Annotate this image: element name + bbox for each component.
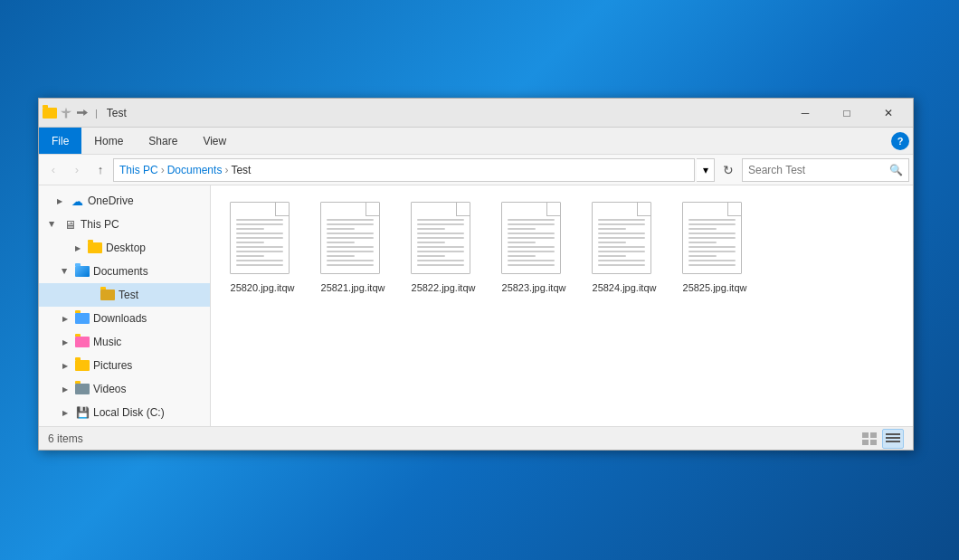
doc-line [236, 237, 283, 239]
sidebar-item-test[interactable]: ▶ Test [39, 283, 210, 307]
sidebar-item-pictures[interactable]: ▶ Pictures [39, 354, 210, 377]
breadcrumb-sep-2: › [224, 164, 228, 176]
svg-rect-3 [870, 440, 877, 445]
svg-rect-2 [862, 440, 869, 445]
file-name: 25825.jpg.itqw [683, 281, 747, 294]
doc-line [327, 251, 374, 252]
doc-line [508, 246, 555, 248]
list-view-button[interactable] [859, 429, 880, 449]
doc-lines [327, 219, 374, 266]
maximize-button[interactable]: □ [826, 99, 868, 128]
sidebar-item-this-pc[interactable]: ▶ 🖥 This PC [39, 213, 210, 236]
expand-arrow-this-pc: ▶ [46, 218, 59, 231]
item-count: 6 items [48, 432, 859, 445]
file-item-file5[interactable]: 25824.jpg.itqw [584, 196, 665, 299]
sidebar-label-documents: Documents [93, 265, 210, 278]
menu-tab-share[interactable]: Share [136, 128, 190, 154]
doc-line [598, 246, 645, 248]
menu-tab-file[interactable]: File [39, 128, 81, 154]
sidebar-item-documents[interactable]: ▶ Documents [39, 260, 210, 283]
doc-lines [417, 219, 464, 266]
sidebar-item-music[interactable]: ▶ Music [39, 330, 210, 354]
help-button[interactable]: ? [891, 132, 909, 150]
tiles-view-icon [886, 432, 900, 445]
doc-line-short [598, 242, 626, 243]
sidebar-label-music: Music [93, 336, 210, 348]
sidebar-item-onedrive[interactable]: ▶ ☁ OneDrive [39, 189, 210, 213]
pc-icon: 🖥 [62, 217, 77, 232]
doc-line [598, 233, 645, 234]
address-dropdown[interactable]: ▾ [697, 158, 715, 182]
search-box[interactable]: 🔍 [742, 158, 909, 182]
doc-line [417, 264, 464, 266]
doc-line-short [236, 228, 264, 230]
doc-line [327, 260, 374, 261]
up-button[interactable]: ↑ [90, 159, 111, 181]
file-item-file6[interactable]: 25825.jpg.itqw [674, 196, 755, 299]
file-item-file1[interactable]: 25820.jpg.itqw [222, 196, 303, 299]
menu-tab-home[interactable]: Home [81, 128, 136, 154]
doc-line [417, 223, 464, 225]
search-input[interactable] [748, 164, 886, 176]
expand-arrow-onedrive: ▶ [53, 195, 66, 207]
doc-line-short [236, 242, 264, 243]
file-item-file2[interactable]: 25821.jpg.itqw [312, 196, 394, 299]
document-icon [320, 202, 380, 274]
back-button[interactable]: ‹ [43, 159, 64, 181]
breadcrumb-this-pc[interactable]: This PC [119, 164, 158, 176]
doc-line [508, 219, 555, 221]
doc-line [598, 223, 645, 225]
doc-line [417, 233, 464, 234]
menu-tab-view[interactable]: View [190, 128, 239, 154]
breadcrumb-documents[interactable]: Documents [167, 164, 223, 176]
sidebar-item-local-disk[interactable]: ▶ 💾 Local Disk (C:) [39, 401, 210, 424]
doc-line [688, 246, 736, 248]
view-buttons [859, 429, 904, 449]
file-icon [501, 202, 566, 276]
sidebar-item-desktop[interactable]: ▶ Desktop [39, 236, 210, 260]
doc-line [417, 251, 464, 252]
doc-line [688, 237, 736, 239]
expand-arrow-videos: ▶ [59, 383, 71, 395]
close-button[interactable]: ✕ [868, 99, 909, 128]
file-item-file3[interactable]: 25822.jpg.itqw [403, 196, 484, 299]
sidebar-item-downloads[interactable]: ▶ Downloads [39, 307, 210, 330]
menu-bar-right: ? [891, 132, 913, 150]
doc-line [327, 219, 374, 221]
doc-line-short [508, 242, 536, 243]
expand-arrow-pictures: ▶ [59, 359, 71, 372]
document-icon [501, 202, 561, 274]
document-icon [682, 202, 742, 274]
breadcrumb-test: Test [231, 164, 251, 176]
window-controls: ─ □ ✕ [784, 99, 909, 128]
cloud-icon: ☁ [70, 194, 84, 208]
doc-line [236, 219, 283, 221]
address-path[interactable]: This PC › Documents › Test [113, 158, 695, 182]
expand-arrow-downloads: ▶ [59, 312, 71, 325]
svg-rect-6 [886, 441, 900, 442]
doc-line-short [236, 255, 264, 257]
doc-lines [508, 219, 555, 266]
refresh-button[interactable]: ↻ [717, 158, 740, 182]
doc-line-short [508, 228, 536, 230]
doc-line [508, 260, 555, 261]
doc-lines [598, 219, 645, 266]
doc-line [688, 251, 736, 252]
minimize-button[interactable]: ─ [784, 99, 826, 128]
file-icon [320, 202, 385, 276]
title-separator: | [95, 108, 98, 119]
file-icon [411, 202, 476, 276]
sidebar: ▶ ☁ OneDrive ▶ 🖥 This PC ▶ Desktop ▶ Doc… [39, 185, 211, 426]
doc-line [688, 233, 736, 234]
doc-line [688, 219, 736, 221]
doc-line-short [417, 255, 445, 257]
file-item-file4[interactable]: 25823.jpg.itqw [493, 196, 574, 299]
list-view-icon [862, 432, 877, 445]
doc-line [327, 237, 374, 239]
tiles-view-button[interactable] [882, 429, 904, 449]
file-area: 25820.jpg.itqw [211, 185, 913, 426]
forward-button[interactable]: › [66, 159, 88, 181]
sidebar-item-videos[interactable]: ▶ Videos [39, 377, 210, 401]
doc-line-short [688, 242, 717, 243]
file-name: 25820.jpg.itqw [231, 281, 295, 294]
